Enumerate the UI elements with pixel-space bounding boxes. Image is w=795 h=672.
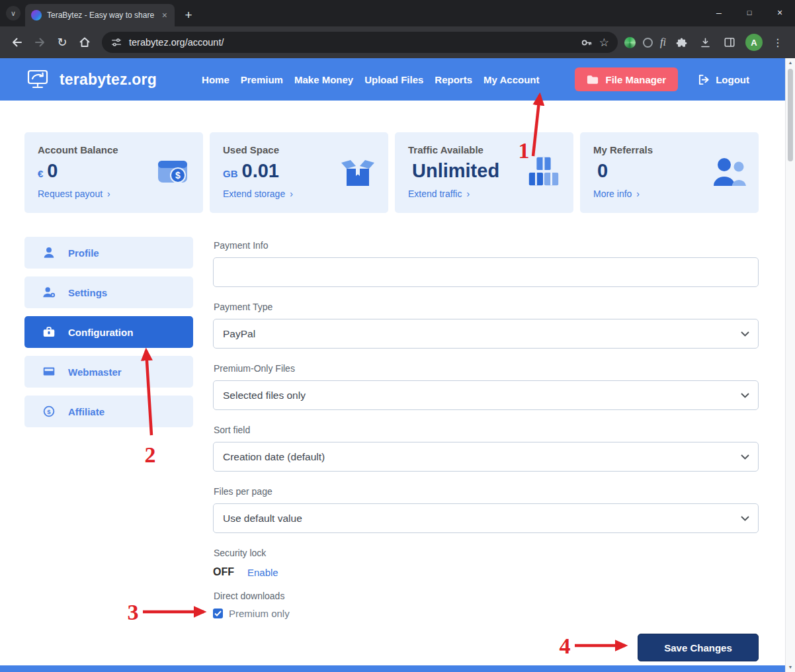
check-icon <box>214 610 222 616</box>
scroll-down-icon[interactable]: ▼ <box>786 663 795 671</box>
premium-only-files-label: Premium-Only Files <box>214 362 759 375</box>
site-settings-icon[interactable] <box>110 36 122 48</box>
footer-strip <box>0 665 785 672</box>
card-my-referrals: My Referrals 0 More info› <box>580 132 759 213</box>
folder-icon <box>587 75 599 85</box>
window-minimize-button[interactable]: – <box>704 0 734 25</box>
tab-search-icon[interactable]: ∨ <box>6 6 21 21</box>
security-lock-enable-link[interactable]: Enable <box>247 567 278 578</box>
sort-field-select[interactable]: Creation date (default) <box>213 442 759 472</box>
files-per-page-label: Files per page <box>214 485 759 498</box>
password-key-icon[interactable] <box>580 36 593 49</box>
security-lock-label: Security lock <box>214 547 759 560</box>
security-lock-status: OFF <box>213 566 234 578</box>
payment-type-label: Payment Type <box>214 301 759 314</box>
tab-strip: ∨ TeraBytez - Easy way to share y × + – … <box>0 0 795 26</box>
window-close-button[interactable]: × <box>765 0 795 25</box>
user-icon <box>42 245 56 260</box>
extensions-puzzle-icon[interactable] <box>673 32 689 53</box>
window-maximize-button[interactable]: □ <box>734 0 765 25</box>
browser-chrome: ∨ TeraBytez - Easy way to share y × + – … <box>0 0 795 58</box>
forward-icon[interactable] <box>29 32 50 53</box>
toolbar-right-cluster: fi A ⋮ <box>624 32 788 53</box>
profile-avatar[interactable]: A <box>745 34 763 51</box>
nav-reports[interactable]: Reports <box>435 74 472 85</box>
extension-circle-icon[interactable] <box>643 38 653 48</box>
open-box-icon <box>339 154 376 191</box>
chevron-down-icon <box>741 454 749 460</box>
logout-icon <box>698 74 710 85</box>
tab-close-icon[interactable]: × <box>161 10 169 21</box>
downloads-icon[interactable] <box>696 32 714 53</box>
sidebar-item-profile[interactable]: Profile <box>24 237 193 269</box>
users-icon <box>710 154 747 191</box>
chevron-down-icon <box>741 331 749 337</box>
chevron-down-icon <box>741 393 749 398</box>
site-logo[interactable]: terabytez.org <box>26 69 157 90</box>
account-sidebar: Profile Settings Configuration Webmaster… <box>24 237 193 435</box>
logout-button[interactable]: Logout <box>698 74 749 85</box>
tab-title: TeraBytez - Easy way to share y <box>47 11 155 20</box>
home-icon[interactable] <box>74 32 95 53</box>
main-nav: Home Premium Make Money Upload Files Rep… <box>202 74 539 85</box>
browser-toolbar: ↻ terabytez.org/account/ ☆ fi <box>0 26 795 58</box>
svg-text:$: $ <box>47 408 51 415</box>
stacked-boxes-icon <box>526 153 562 192</box>
direct-downloads-label: Direct downloads <box>214 590 759 603</box>
chevron-down-icon <box>741 516 749 521</box>
browser-menu-icon[interactable]: ⋮ <box>770 36 786 49</box>
extension-globe-icon[interactable] <box>624 37 636 48</box>
nav-home[interactable]: Home <box>202 74 230 85</box>
site-favicon <box>31 10 42 21</box>
cash-box-icon: $ <box>154 153 191 192</box>
svg-text:$: $ <box>175 170 181 181</box>
nav-premium[interactable]: Premium <box>241 74 283 85</box>
bookmark-star-icon[interactable]: ☆ <box>599 36 609 50</box>
nav-upload-files[interactable]: Upload Files <box>364 74 423 85</box>
sort-field-label: Sort field <box>214 424 759 437</box>
dollar-coin-icon: $ <box>42 404 56 419</box>
billboard-icon <box>42 364 56 379</box>
scroll-up-icon[interactable]: ▲ <box>786 59 795 67</box>
logo-text: terabytez.org <box>60 71 157 89</box>
save-changes-button[interactable]: Save Changes <box>638 634 759 661</box>
toolbox-icon <box>42 325 56 339</box>
nav-make-money[interactable]: Make Money <box>294 74 353 85</box>
new-tab-button[interactable]: + <box>179 6 198 24</box>
sidebar-item-configuration[interactable]: Configuration <box>24 316 193 348</box>
browser-tab[interactable]: TeraBytez - Easy way to share y × <box>25 4 175 26</box>
logo-monitor-icon <box>26 69 53 90</box>
site-header: terabytez.org Home Premium Make Money Up… <box>0 58 785 101</box>
payment-info-input[interactable] <box>213 257 759 287</box>
card-used-space: Used Space GB 0.01 Extend storage› <box>210 132 388 213</box>
sidebar-item-affiliate[interactable]: $ Affiliate <box>24 396 193 427</box>
scrollbar-thumb[interactable] <box>788 69 793 161</box>
address-bar[interactable]: terabytez.org/account/ ☆ <box>102 32 618 53</box>
page-content: terabytez.org Home Premium Make Money Up… <box>0 58 785 672</box>
card-account-balance: Account Balance € 0 Request payout› $ <box>24 132 203 213</box>
user-gear-icon <box>42 285 56 300</box>
stats-cards: Account Balance € 0 Request payout› $ Us… <box>24 132 759 213</box>
side-panel-icon[interactable] <box>721 32 738 53</box>
extension-serif-icon[interactable]: fi <box>660 36 666 48</box>
sidebar-item-webmaster[interactable]: Webmaster <box>24 356 193 388</box>
page-scrollbar[interactable]: ▲ ▼ <box>785 58 795 672</box>
files-per-page-select[interactable]: Use default value <box>213 503 759 533</box>
premium-only-checkbox-label: Premium only <box>229 608 290 619</box>
payment-info-label: Payment Info <box>214 239 759 252</box>
file-manager-button[interactable]: File Manager <box>575 67 678 91</box>
premium-only-checkbox[interactable] <box>213 609 223 618</box>
url-text: terabytez.org/account/ <box>129 37 224 48</box>
payment-type-select[interactable]: PayPal <box>213 319 759 349</box>
reload-icon[interactable]: ↻ <box>52 32 73 53</box>
card-traffic-available: Traffic Available Unlimited Extend traff… <box>395 132 573 213</box>
back-icon[interactable] <box>7 32 28 53</box>
window-controls: – □ × <box>704 0 795 26</box>
nav-my-account[interactable]: My Account <box>483 74 539 85</box>
sidebar-item-settings[interactable]: Settings <box>24 276 193 308</box>
configuration-form: Payment Info Payment Type PayPal Premium… <box>213 239 759 661</box>
premium-only-files-select[interactable]: Selected files only <box>213 380 759 410</box>
